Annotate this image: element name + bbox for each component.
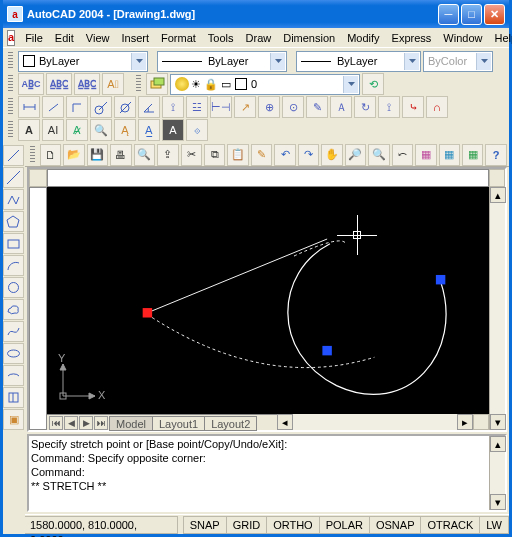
grid-toggle[interactable]: GRID [226,516,268,534]
tab-layout1[interactable]: Layout1 [152,416,205,431]
redo-button[interactable]: ↷ [298,144,319,166]
tab-prev-button[interactable]: ◀ [64,416,78,430]
mtext-button[interactable]: A [18,119,40,141]
zoom-rt-button[interactable]: 🔎 [345,144,366,166]
circle-button[interactable] [3,277,24,298]
toolbar-grip[interactable] [136,75,141,93]
match-button[interactable]: ✎ [251,144,272,166]
designcenter-button[interactable]: ▦ [439,144,460,166]
spline-button[interactable] [3,321,24,342]
snap-toggle[interactable]: SNAP [183,516,227,534]
toolbar-grip[interactable] [30,146,35,164]
linetype-dropdown[interactable]: ByLayer [157,51,287,72]
polyline-button[interactable] [3,189,24,210]
undo-button[interactable]: ↶ [274,144,295,166]
menu-view[interactable]: View [80,30,116,46]
dim-radius-button[interactable] [90,96,112,118]
arc-button[interactable] [3,255,24,276]
tab-first-button[interactable]: ⏮ [49,416,63,430]
magnet-icon[interactable]: ∩ [426,96,448,118]
menu-express[interactable]: Express [386,30,438,46]
maximize-button[interactable]: □ [461,4,482,25]
xline-button[interactable] [3,167,24,188]
toolbar-grip[interactable] [8,52,13,70]
tab-layout2[interactable]: Layout2 [204,416,257,431]
tab-next-button[interactable]: ▶ [79,416,93,430]
layer-dropdown[interactable]: ☀ 🔒 ▭ 0 [170,74,360,95]
osnap-toggle[interactable]: OSNAP [369,516,422,534]
toolpalettes-button[interactable]: ▦ [462,144,483,166]
make-block-button[interactable]: ▣ [3,409,24,430]
menu-draw[interactable]: Draw [240,30,278,46]
pan-button[interactable]: ✋ [321,144,342,166]
rectangle-button[interactable] [3,233,24,254]
plot-button[interactable]: 🖶 [110,144,131,166]
hscroll-right-button[interactable]: ▸ [457,414,473,430]
tab-model[interactable]: Model [109,416,153,431]
preview-button[interactable]: 🔍 [134,144,155,166]
properties-button[interactable]: ▦ [415,144,436,166]
toolbar-grip[interactable] [8,98,13,116]
style4-button[interactable]: A⃠ [102,73,124,95]
dim-tedit-button[interactable]: Ａ [330,96,352,118]
dim-leader-button[interactable]: ↗ [234,96,256,118]
justify-text-button[interactable]: A [162,119,184,141]
polar-toggle[interactable]: POLAR [319,516,370,534]
polygon-button[interactable] [3,211,24,232]
scale-text-button[interactable]: A̲ [138,119,160,141]
hscroll-track[interactable] [293,414,457,430]
convert-text-button[interactable]: ⟐ [186,119,208,141]
dim-baseline-button[interactable]: ☳ [186,96,208,118]
help-button[interactable]: ? [485,144,506,166]
dim-aligned-button[interactable] [42,96,64,118]
vscroll-up-button[interactable]: ▴ [490,187,506,203]
plotstyle-dropdown[interactable]: ByColor [423,51,493,72]
menu-dimension[interactable]: Dimension [277,30,341,46]
dim-ordinate-button[interactable] [66,96,88,118]
dtext-button[interactable]: AI [42,119,64,141]
toolbar-grip[interactable] [8,121,13,139]
save-button[interactable]: 💾 [87,144,108,166]
ellipse-arc-button[interactable] [3,365,24,386]
dim-center-button[interactable]: ⊙ [282,96,304,118]
zoom-win-button[interactable]: 🔍 [368,144,389,166]
color-dropdown[interactable]: ByLayer [18,51,148,72]
menu-insert[interactable]: Insert [115,30,155,46]
find-text-button[interactable]: 🔍 [90,119,112,141]
textstyle3-button[interactable]: A̲B̲C̲ [74,73,100,95]
vscroll[interactable]: ▴ ▾ [489,187,505,430]
tab-last-button[interactable]: ⏭ [94,416,108,430]
dim-continue-button[interactable]: ⊢⊣ [210,96,232,118]
textstyle2-button[interactable]: A̲B̲C̲ [46,73,72,95]
coords-readout[interactable]: 1580.0000, 810.0000, 0.0000 [25,516,178,534]
toolbar-grip[interactable] [8,75,13,93]
paste-button[interactable]: 📋 [227,144,248,166]
model-viewport[interactable]: X Y [47,187,489,414]
menu-edit[interactable]: Edit [49,30,80,46]
cmd-scroll-up-button[interactable]: ▴ [490,436,506,452]
edit-text-button[interactable]: A̷ [66,119,88,141]
new-button[interactable]: 🗋 [40,144,61,166]
cut-button[interactable]: ✂ [181,144,202,166]
textstyle-button[interactable]: Ą [114,119,136,141]
dim-quick-button[interactable]: ⟟ [162,96,184,118]
dim-diameter-button[interactable] [114,96,136,118]
dim-update-button[interactable]: ↻ [354,96,376,118]
menu-help[interactable]: Help [488,30,512,46]
line-button[interactable] [3,145,24,166]
menu-tools[interactable]: Tools [202,30,240,46]
textstyle-button[interactable]: AB̲C [18,73,44,95]
ortho-toggle[interactable]: ORTHO [266,516,320,534]
hscroll-left-button[interactable]: ◂ [277,414,293,430]
close-button[interactable]: ✕ [484,4,505,25]
dim-style-button[interactable]: ⟟ [378,96,400,118]
menu-file[interactable]: File [19,30,49,46]
zoom-prev-button[interactable]: ⤺ [392,144,413,166]
insert-block-button[interactable] [3,387,24,408]
copy-button[interactable]: ⧉ [204,144,225,166]
otrack-toggle[interactable]: OTRACK [420,516,480,534]
command-window[interactable]: Specify stretch point or [Base point/Cop… [27,434,507,512]
cmd-scroll-down-button[interactable]: ▾ [490,494,506,510]
menu-format[interactable]: Format [155,30,202,46]
lineweight-dropdown[interactable]: ByLayer [296,51,421,72]
